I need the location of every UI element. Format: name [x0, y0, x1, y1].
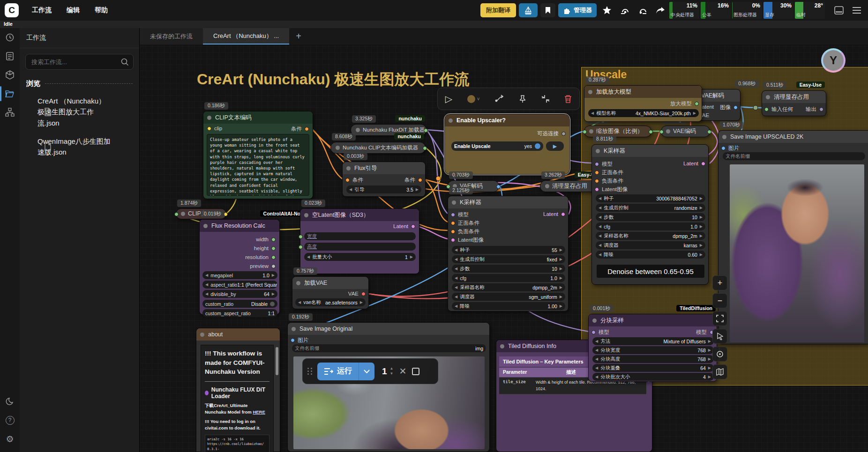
- output-upscale-model[interactable]: 放大模型: [670, 100, 699, 107]
- widget-model-name[interactable]: 模型名称4x_NMKD-Siax_200k.pth: [588, 109, 699, 117]
- widget-filename-prefix[interactable]: 文件名前缀: [723, 152, 865, 160]
- about-code-block[interactable]: aria2c -s 16 -x 16 https://cnb.cool/liub…: [205, 435, 269, 452]
- input-conditioning[interactable]: 条件: [345, 177, 363, 184]
- theme-toggle[interactable]: [0, 392, 20, 411]
- node-save-image-upscaled[interactable]: 1.070秒 Save Image UPSCALED 2K 图片 文件名前缀: [718, 130, 868, 344]
- free-vram-button[interactable]: [617, 3, 632, 17]
- node-header[interactable]: K采样器: [592, 145, 708, 157]
- run-options-chevron[interactable]: [359, 363, 374, 380]
- widget-cfg[interactable]: cfg1.0: [452, 274, 565, 282]
- input-latent-image[interactable]: Latent图像: [451, 237, 484, 244]
- input-positive[interactable]: 正面条件: [595, 169, 623, 176]
- hamburger-menu[interactable]: [849, 3, 864, 17]
- input-latent-image[interactable]: Latent图像: [595, 186, 628, 193]
- input-model[interactable]: 模型: [595, 161, 613, 168]
- widget-filename-prefix[interactable]: 文件名前缀img: [292, 344, 486, 352]
- zoom-in-button[interactable]: +: [712, 275, 727, 290]
- pin-icon[interactable]: [519, 95, 526, 103]
- output-latent[interactable]: Latent: [543, 211, 565, 217]
- help-button[interactable]: ?: [0, 411, 20, 430]
- node-clip-text-encode[interactable]: 0.186秒 CLIP文本编码 clip 条件 Close-up amateur…: [203, 111, 313, 199]
- output-preview[interactable]: preview: [250, 263, 276, 269]
- scrollbar[interactable]: [276, 347, 278, 375]
- node-header[interactable]: K采样器: [448, 196, 568, 208]
- easy-use-logo-badge[interactable]: Y: [821, 48, 846, 73]
- markdown-content[interactable]: !!! This workflow is made for COMFYUI-Nu…: [201, 345, 274, 452]
- widget-seed[interactable]: 种子300067888467052: [596, 194, 705, 202]
- zoom-out-button[interactable]: −: [712, 293, 727, 308]
- widget-width[interactable]: 宽度: [304, 232, 416, 240]
- node-header[interactable]: Save Image UPSCALED 2K: [718, 131, 868, 143]
- tab-unsaved-workflow[interactable]: 未保存的工作流: [140, 28, 203, 44]
- widget-sampler-name[interactable]: 采样器名称dpmpp_2m: [452, 283, 565, 291]
- comfyui-logo[interactable]: C: [5, 3, 19, 17]
- node-header[interactable]: 清理显存占用: [762, 91, 826, 103]
- widget-steps[interactable]: 步数10: [452, 265, 565, 273]
- widget-method[interactable]: 方法Mixture of Diffusers: [592, 337, 714, 345]
- widget-aspect-ratio[interactable]: aspect_ratio1:1 (Perfect Square): [202, 281, 277, 289]
- widget-tile-overlap[interactable]: 分块重叠64: [592, 364, 714, 372]
- bypass-icon[interactable]: [494, 95, 504, 103]
- output-conditioning[interactable]: 条件: [291, 126, 309, 133]
- node-ksampler-upscale[interactable]: 8.811秒 K采样器 模型 Latent 正面条件 负面条件 Latent图像…: [591, 144, 709, 285]
- manager-button[interactable]: 管理器: [558, 3, 597, 17]
- node-about[interactable]: about !!! This workflow is made for COMF…: [196, 328, 280, 452]
- widget-megapixel[interactable]: megapixel1.0: [202, 271, 277, 279]
- input-negative[interactable]: 负面条件: [595, 178, 623, 185]
- widget-enable-upscale[interactable]: Enable Upscaleyes: [451, 141, 543, 151]
- batch-count[interactable]: 1: [382, 366, 387, 377]
- menu-workflow[interactable]: 工作流: [24, 6, 59, 15]
- bottom-panel-toggle[interactable]: [831, 3, 846, 17]
- model-library-tab[interactable]: [0, 66, 20, 84]
- input-negative[interactable]: 负面条件: [451, 228, 479, 235]
- widget-divisible-by[interactable]: divisible_by64: [202, 290, 277, 298]
- node-ksampler[interactable]: 2.125秒 K采样器 模型 Latent 正面条件 负面条件 Latent图像…: [448, 196, 569, 311]
- image-preview[interactable]: [730, 164, 864, 342]
- node-header[interactable]: Enable Upscaler?: [445, 114, 569, 126]
- node-header[interactable]: 加载VAE: [292, 277, 368, 289]
- widget-guidance[interactable]: 引导3.5: [346, 185, 421, 193]
- widget-denoise[interactable]: 降噪0.60: [596, 251, 705, 259]
- output-image[interactable]: 图像: [720, 104, 738, 111]
- node-flux-resolution-calc[interactable]: 0.019秒 ControlAltAI-Nodes Flux Resolutio…: [199, 219, 280, 315]
- widget-cfg[interactable]: cfg1.0: [596, 222, 705, 230]
- sailboat-button[interactable]: [519, 3, 538, 17]
- play-icon[interactable]: ▷: [445, 93, 452, 104]
- new-tab-button[interactable]: +: [289, 28, 308, 44]
- widget-tile-height[interactable]: 分块高度768: [592, 355, 714, 363]
- output-height[interactable]: height: [254, 245, 276, 251]
- widget-seed[interactable]: 种子55: [452, 246, 565, 254]
- widget-custom-aspect-ratio[interactable]: custom_aspect_ratio1:1: [202, 309, 277, 317]
- node-header[interactable]: 空Latent图像（SD3）: [300, 209, 419, 221]
- graph-canvas[interactable]: 未保存的工作流 CreArt （Nunchaku） ... + CreArt (…: [140, 28, 868, 452]
- collapse-icon[interactable]: [541, 95, 550, 103]
- queue-tab[interactable]: [0, 47, 20, 66]
- node-header[interactable]: CLIP文本编码: [203, 111, 313, 124]
- workflows-tab[interactable]: [0, 84, 20, 103]
- node-nunchaku-clip-loader[interactable]: 8.608秒 nunchaku Nunchaku CLIP文本编码加载器: [330, 142, 426, 154]
- output-resolution[interactable]: resolution: [245, 254, 276, 260]
- node-clean-vram-top[interactable]: 0.511秒 Easy-Use 清理显存占用 输入任何 输出: [762, 90, 826, 116]
- output-width[interactable]: width: [256, 237, 276, 242]
- widget-scheduler[interactable]: 调度器sgm_uniform: [452, 293, 565, 301]
- close-icon[interactable]: ✕: [399, 366, 407, 377]
- share-button[interactable]: [653, 3, 668, 17]
- node-load-upscale-model[interactable]: 0.287秒 加载放大模型 放大模型 模型名称4x_NMKD-Siax_200k…: [584, 85, 702, 122]
- menu-help[interactable]: 帮助: [87, 6, 115, 15]
- input-any[interactable]: 输入任何: [764, 106, 793, 113]
- settings-button[interactable]: ⚙: [0, 430, 20, 448]
- workflow-file-item[interactable]: QwenImage八步生图加速版.json: [20, 132, 139, 162]
- widget-batch-size[interactable]: 批量大小1: [304, 253, 416, 261]
- stop-icon[interactable]: [412, 368, 419, 375]
- node-flux-guidance[interactable]: 0.003秒 Flux引导 条件 条件 引导3.5: [342, 162, 426, 197]
- widget-vae-name[interactable]: vae名称ae.safetensors: [295, 298, 366, 306]
- output-model[interactable]: 模型: [696, 329, 714, 336]
- free-vram-models-button[interactable]: [635, 3, 650, 17]
- node-header[interactable]: about: [196, 328, 280, 341]
- star-button[interactable]: [599, 3, 614, 17]
- widget-tile-width[interactable]: 分块宽度768: [592, 346, 714, 354]
- output-vae[interactable]: VAE: [348, 291, 366, 296]
- output-any[interactable]: 输出: [806, 106, 823, 113]
- delete-icon[interactable]: [564, 95, 572, 103]
- output-conditioning[interactable]: 条件: [404, 177, 422, 184]
